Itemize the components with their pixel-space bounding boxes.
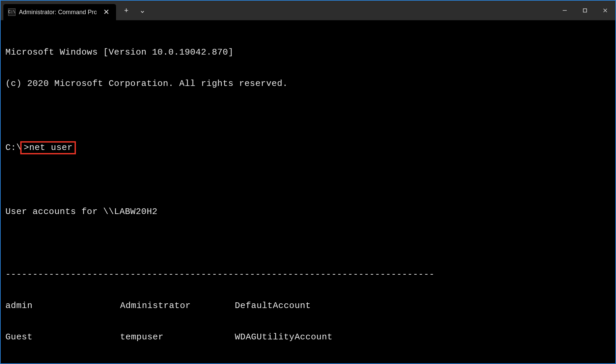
terminal-area[interactable]: Microsoft Windows [Version 10.0.19042.87… xyxy=(1,20,615,364)
prompt-prefix: C:\ xyxy=(5,143,22,153)
titlebar: C:\ Administrator: Command Prom ✕ + ⌄ xyxy=(1,1,615,20)
divider-line: ----------------------------------------… xyxy=(5,269,611,280)
accounts-header: User accounts for \\LABW20H2 xyxy=(5,207,611,217)
tab-actions: + ⌄ xyxy=(119,6,151,15)
user-cell: Administrator xyxy=(120,301,235,311)
highlighted-command-1: >net user xyxy=(20,141,76,154)
user-cell: WDAGUtilityAccount xyxy=(235,332,349,342)
close-window-button[interactable] xyxy=(595,1,615,20)
copyright-line: (c) 2020 Microsoft Corporation. All righ… xyxy=(5,79,611,89)
user-row: adminAdministratorDefaultAccount xyxy=(5,301,611,311)
tab-dropdown-button[interactable]: ⌄ xyxy=(134,6,151,15)
user-cell: tempuser xyxy=(120,332,235,342)
user-cell: Guest xyxy=(5,332,120,342)
active-tab[interactable]: C:\ Administrator: Command Prom ✕ xyxy=(3,4,116,20)
cmd-icon: C:\ xyxy=(8,8,16,16)
svg-rect-1 xyxy=(583,9,587,12)
user-cell: admin xyxy=(5,301,120,311)
close-tab-button[interactable]: ✕ xyxy=(101,8,111,17)
prompt-line-1: C:\>net user xyxy=(5,141,611,154)
user-cell: DefaultAccount xyxy=(235,301,349,311)
minimize-button[interactable] xyxy=(555,1,575,20)
version-line: Microsoft Windows [Version 10.0.19042.87… xyxy=(5,47,611,58)
maximize-button[interactable] xyxy=(575,1,595,20)
window-controls xyxy=(555,1,615,20)
tab-title: Administrator: Command Prom xyxy=(19,9,96,16)
new-tab-button[interactable]: + xyxy=(119,6,134,15)
user-row: GuesttempuserWDAGUtilityAccount xyxy=(5,332,611,342)
